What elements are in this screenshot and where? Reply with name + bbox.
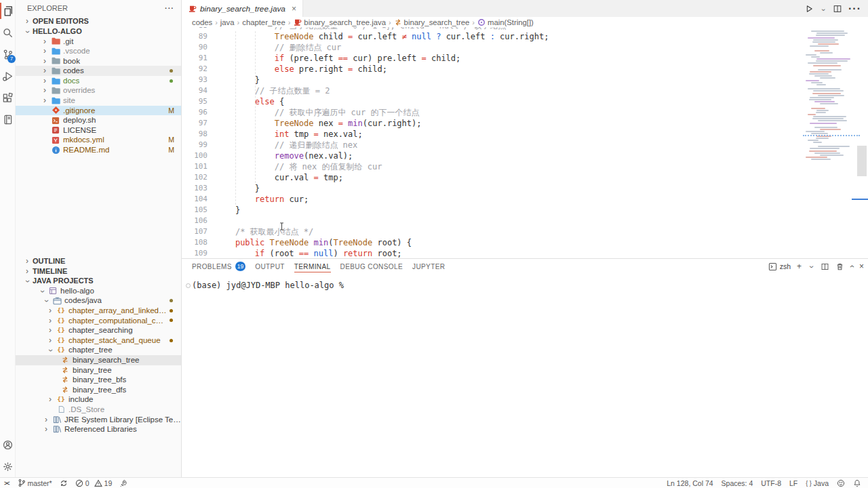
problems-status[interactable]: 0 19 [75,478,113,488]
code-line-95[interactable]: 95 else { [182,96,868,107]
java-project-item-binary-search-tree[interactable]: binary_search_tree [16,355,181,365]
code-line-93[interactable]: 93 } [182,75,868,85]
terminal-shell-picker[interactable]: zsh [768,262,791,271]
activity-bar-item-notebook-icon[interactable] [0,108,16,130]
java-project-item-hello-algo[interactable]: ›hello-algo [16,286,181,296]
breadcrumb-item-chapter-tree[interactable]: chapter_tree [242,18,285,26]
indentation-status[interactable]: Spaces: 4 [722,478,753,488]
java-rocket-status-icon[interactable] [119,478,127,488]
java-project-item-binary-tree-bfs[interactable]: binary_tree_bfs [16,375,181,385]
java-project-item-include[interactable]: ›{}include [16,394,181,405]
maximize-panel-icon[interactable]: › [847,265,856,268]
run-dropdown-chevron-icon[interactable]: › [820,3,827,15]
java-project-item-binary-tree-dfs[interactable]: binary_tree_dfs [16,385,181,395]
code-line-98[interactable]: 98 int tmp = nex.val; [182,129,868,140]
code-line-101[interactable]: 101 // 将 nex 的值复制给 cur [182,161,868,172]
java-project-item-chapter-searching[interactable]: ›{}chapter_searching [16,325,181,336]
code-editor[interactable]: 88 // 当子结点数量 = 0 / 1 时, child = null / 该… [182,27,868,258]
code-line-109[interactable]: 109 if (root == null) return root; [182,248,868,258]
explorer-item-deploy-sh[interactable]: deploy.sh [16,115,181,125]
code-line-103[interactable]: 103 } [182,183,868,194]
panel-tab-terminal[interactable]: TERMINAL [294,259,331,274]
breadcrumb-item-binary-search-tree-java[interactable]: binary_search_tree.java [293,18,386,26]
encoding-status[interactable]: UTF-8 [761,478,781,488]
terminal-dropdown-icon[interactable]: › [807,264,816,270]
editor-scrollbar-thumb[interactable] [857,146,867,176]
activity-bar-item-account-icon[interactable] [0,434,16,455]
java-project-item-chapter-stack-and-queue[interactable]: ›{}chapter_stack_and_queue [16,336,181,346]
explorer-item-docs[interactable]: ›docs [16,76,181,86]
explorer-item-gitignore[interactable]: .gitignoreM [16,106,181,116]
explorer-more-actions-icon[interactable]: ··· [165,4,174,12]
new-terminal-icon[interactable]: + [797,262,802,271]
activity-bar-item-settings-icon[interactable] [0,455,16,477]
activity-bar-item-search-icon[interactable] [0,22,16,43]
close-panel-icon[interactable]: × [859,262,864,271]
eol-status[interactable]: LF [789,478,797,488]
terminal-prompt[interactable]: (base) jyd@JYD-MBP hello-algo % [192,280,344,291]
code-line-89[interactable]: 89 TreeNode child = cur.left ≠ null ? cu… [182,31,868,42]
java-project-item-chapter-array-and-linkedlist[interactable]: ›{}chapter_array_and_linkedlist [16,306,181,316]
panel-tab-debug-console[interactable]: DEBUG CONSOLE [340,259,403,274]
code-line-108[interactable]: 108 public TreeNode min(TreeNode root) { [182,237,868,248]
code-line-105[interactable]: 105 } [182,205,868,216]
code-line-94[interactable]: 94 // 子结点数量 = 2 [182,85,868,96]
code-line-107[interactable]: 107 /* 获取最小结点 */ [182,226,868,237]
section-timeline[interactable]: › TIMELINE [16,266,181,277]
git-branch-status[interactable]: master* [18,478,52,488]
java-project-item-codes-java[interactable]: ›codes/java [16,296,181,306]
breadcrumb-item-codes[interactable]: codes [192,18,212,26]
explorer-item-license[interactable]: LICENSE [16,125,181,136]
activity-bar-item-run-debug-icon[interactable] [0,65,16,87]
java-project-item-referenced-libraries[interactable]: ›Referenced Libraries [16,424,181,434]
feedback-smiley-icon[interactable] [837,478,845,488]
activity-bar-item-source-control-icon[interactable]: 7 [0,43,16,65]
explorer-item-book[interactable]: ›book [16,56,181,66]
panel-tab-problems[interactable]: PROBLEMS19 [192,259,245,274]
tab-close-icon[interactable]: × [292,4,296,14]
more-actions-icon[interactable]: ··· [848,3,861,15]
activity-bar-item-explorer-icon[interactable] [0,0,16,22]
activity-bar-item-extensions-icon[interactable] [0,87,16,108]
breadcrumb-item-main-string[interactable]: main(String[]) [477,18,534,26]
tab-binary-search-tree-java[interactable]: binary_search_tree.java × [182,0,303,17]
notifications-bell-icon[interactable] [853,478,861,488]
java-project-item-chapter-tree[interactable]: ›{}chapter_tree [16,345,181,355]
split-terminal-icon[interactable] [821,262,829,271]
explorer-item-git[interactable]: ›.git [16,37,181,47]
split-editor-icon[interactable] [833,4,842,14]
explorer-item-codes[interactable]: ›codes [16,66,181,76]
git-sync-icon[interactable] [60,478,68,488]
code-line-97[interactable]: 97 TreeNode nex = min(cur.right); [182,118,868,129]
code-line-104[interactable]: 104 return cur; [182,194,868,205]
breadcrumb-item-java[interactable]: java [220,18,235,26]
explorer-item-vscode[interactable]: ›.vscode [16,46,181,56]
section-hello-algo[interactable]: › HELLO-ALGO [16,26,181,37]
explorer-item-mkdocs-yml[interactable]: mkdocs.ymlM [16,135,181,145]
code-line-92[interactable]: 92 else pre.right = child; [182,64,868,75]
explorer-item-site[interactable]: ›site [16,96,181,106]
breadcrumb-item-binary-search-tree[interactable]: binary_search_tree [394,18,470,26]
code-line-91[interactable]: 91 if (pre.left == cur) pre.left = child… [182,53,868,64]
run-button[interactable] [804,4,814,14]
java-project-item-jre-system-library-eclipse-temurin-17-17[interactable]: ›JRE System Library [Eclipse Temurin 17 … [16,415,181,425]
section-java-projects[interactable]: › JAVA PROJECTS [16,276,181,286]
code-line-96[interactable]: 96 // 获取中序遍历中 cur 的下一个结点 [182,107,868,118]
panel-tab-output[interactable]: OUTPUT [255,259,285,274]
explorer-item-readme-md[interactable]: README.mdM [16,145,181,155]
code-line-90[interactable]: 90 // 删除结点 cur [182,42,868,53]
kill-terminal-icon[interactable] [835,262,844,271]
section-outline[interactable]: › OUTLINE [16,256,181,266]
code-line-99[interactable]: 99 // 递归删除结点 nex [182,140,868,150]
java-project-item-binary-tree[interactable]: binary_tree [16,365,181,375]
code-line-106[interactable]: 106 [182,216,868,226]
remote-indicator-icon[interactable]: >< [4,478,10,488]
cursor-position-status[interactable]: Ln 128, Col 74 [667,478,713,488]
java-project-item-ds-store[interactable]: .DS_Store [16,405,181,415]
explorer-item-overrides[interactable]: ›overrides [16,85,181,96]
panel-tab-jupyter[interactable]: JUPYTER [412,259,445,274]
code-line-100[interactable]: 100 remove(nex.val); [182,150,868,161]
java-project-item-chapter-computational-complexity[interactable]: ›{}chapter_computational_complexity [16,316,181,326]
section-open-editors[interactable]: › OPEN EDITORS [16,16,181,26]
code-line-102[interactable]: 102 cur.val = tmp; [182,172,868,183]
